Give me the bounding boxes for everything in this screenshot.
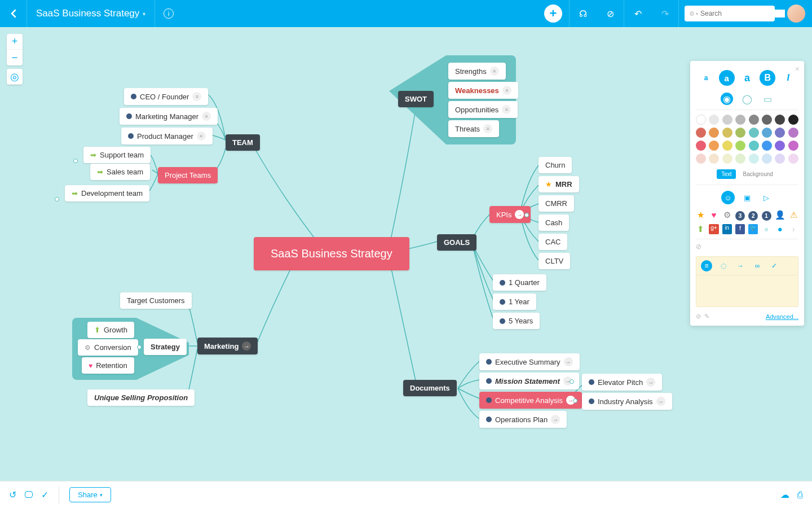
strategy-item-node[interactable]: ⬆Growth [87, 322, 134, 338]
notes-icon[interactable]: ≡ [483, 124, 492, 133]
panel-block-btn[interactable]: ⊘ [696, 313, 701, 320]
expand-icon[interactable]: → [564, 357, 573, 366]
strategy-node[interactable]: Strategy [144, 339, 187, 355]
number-3-btn[interactable]: 3 [735, 210, 745, 221]
expand-icon[interactable]: → [656, 397, 665, 406]
twitter-icon-btn[interactable]: 🐦 [748, 224, 758, 234]
tasks-button[interactable]: ✓ [41, 489, 48, 500]
mindmap-canvas[interactable]: + − ◎ SaaS Business Strategy TEAM CEO / … [0, 27, 812, 481]
present-button[interactable]: 🖵 [24, 490, 33, 500]
history-button[interactable]: ↺ [9, 489, 16, 500]
timeframe-node[interactable]: 5 Years [493, 313, 540, 329]
color-swatch[interactable] [709, 115, 719, 125]
color-swatch[interactable] [762, 154, 772, 164]
notes-icon[interactable]: ≡ [197, 132, 206, 141]
kpi-node[interactable]: ★MRR [539, 176, 579, 192]
zoom-out-button[interactable]: − [7, 50, 23, 65]
project-teams-node[interactable]: Project Teams [158, 167, 218, 183]
notes-icon[interactable]: ≡ [202, 112, 211, 121]
color-swatch[interactable] [749, 154, 759, 164]
documents-node[interactable]: Documents [403, 380, 457, 396]
text-color-tab[interactable]: Text [717, 169, 736, 179]
kpi-node[interactable]: Cash [539, 214, 569, 231]
user-avatar[interactable] [787, 5, 805, 23]
notes-icon[interactable]: ≡ [502, 105, 511, 114]
usp-node[interactable]: Unique Selling Proposition [87, 389, 195, 406]
add-node-button[interactable]: + [544, 5, 562, 23]
color-swatch[interactable] [722, 115, 732, 125]
document-node[interactable]: Executive Summary→ [479, 353, 580, 370]
color-swatch[interactable] [762, 141, 772, 151]
notes-check-btn[interactable]: ✓ [769, 260, 780, 271]
linkedin-icon-btn[interactable]: in [722, 224, 732, 234]
notes-panel[interactable]: ≡ ◌ → ∞ ✓ [696, 256, 798, 307]
notes-link-btn[interactable]: ∞ [752, 260, 763, 271]
color-swatch[interactable] [709, 128, 719, 138]
heart-icon-btn[interactable]: ♥ [709, 210, 718, 221]
color-swatch[interactable] [722, 141, 732, 151]
color-swatch[interactable] [788, 128, 798, 138]
marketing-node[interactable]: Marketing→ [197, 338, 258, 354]
background-color-tab[interactable]: Background [738, 169, 777, 179]
redo-button[interactable]: ↷ [651, 0, 678, 27]
block-small-icon[interactable]: ⊘ [696, 243, 701, 251]
number-2-btn[interactable]: 2 [748, 210, 758, 221]
zoom-in-button[interactable]: + [7, 34, 23, 50]
cloud-button[interactable]: ☁ [780, 489, 789, 500]
timeframe-node[interactable]: 1 Year [493, 294, 536, 310]
shape-tab[interactable]: ▭ [761, 93, 774, 105]
color-swatch[interactable] [709, 141, 719, 151]
color-swatch[interactable] [788, 115, 798, 125]
center-view-button[interactable]: ◎ [7, 69, 23, 85]
fill-tab[interactable]: ◉ [721, 93, 733, 105]
color-swatch[interactable] [749, 115, 759, 125]
text-bold[interactable]: B [760, 70, 775, 86]
color-swatch[interactable] [696, 128, 706, 138]
more-icons-btn[interactable]: › [789, 224, 798, 234]
gear-icon-btn[interactable]: ⚙ [722, 210, 732, 221]
color-swatch[interactable] [696, 115, 706, 125]
document-sub-node[interactable]: Industry Analysis→ [582, 393, 672, 410]
team-member-node[interactable]: Marketing Manager≡ [120, 108, 218, 125]
text-size-medium[interactable]: a [719, 70, 735, 86]
color-swatch[interactable] [788, 141, 798, 151]
expand-icon[interactable]: → [242, 341, 251, 351]
swot-node[interactable]: SWOT [398, 91, 434, 107]
color-swatch[interactable] [735, 115, 745, 125]
target-customers-node[interactable]: Target Customers [120, 292, 192, 309]
document-node-selected[interactable]: Competitive Analysis→ [479, 392, 582, 409]
undo-button[interactable]: ↶ [624, 0, 651, 27]
color-swatch[interactable] [775, 128, 785, 138]
team-member-node[interactable]: CEO / Founder≡ [124, 88, 208, 105]
color-swatch[interactable] [722, 154, 732, 164]
color-swatch[interactable] [788, 154, 798, 164]
text-size-large[interactable]: a [739, 70, 755, 86]
expand-icon[interactable]: → [515, 210, 524, 219]
kpi-node[interactable]: CMRR [539, 195, 574, 212]
facebook-icon-btn[interactable]: f [735, 224, 745, 234]
strategy-item-node[interactable]: ♥Retention [82, 357, 134, 374]
arrow-up-icon-btn[interactable]: ⬆ [696, 224, 705, 234]
project-team-node[interactable]: ➡Development team [65, 185, 149, 202]
color-swatch[interactable] [749, 128, 759, 138]
person-icon-btn[interactable]: 👤 [775, 210, 785, 221]
text-italic[interactable]: I [780, 70, 796, 86]
color-swatch[interactable] [735, 128, 745, 138]
swot-item-node[interactable]: Weaknesses≡ [448, 82, 518, 99]
back-button[interactable] [0, 0, 27, 27]
color-swatch[interactable] [762, 128, 772, 138]
goals-node[interactable]: GOALS [437, 234, 476, 251]
gplus-icon-btn[interactable]: g+ [709, 224, 718, 234]
search-box[interactable]: ⚙ ▾ [685, 6, 775, 21]
print-button[interactable]: ⎙ [797, 490, 803, 500]
color-swatch[interactable] [696, 141, 706, 151]
color-swatch[interactable] [722, 128, 732, 138]
notes-comment-btn[interactable]: ◌ [718, 260, 729, 271]
color-swatch[interactable] [775, 141, 785, 151]
color-swatch[interactable] [735, 141, 745, 151]
color-swatch[interactable] [749, 141, 759, 151]
color-swatch[interactable] [696, 154, 706, 164]
color-swatch[interactable] [735, 154, 745, 164]
notes-icon[interactable]: ≡ [192, 92, 201, 101]
video-button[interactable]: ▷ [760, 191, 773, 204]
